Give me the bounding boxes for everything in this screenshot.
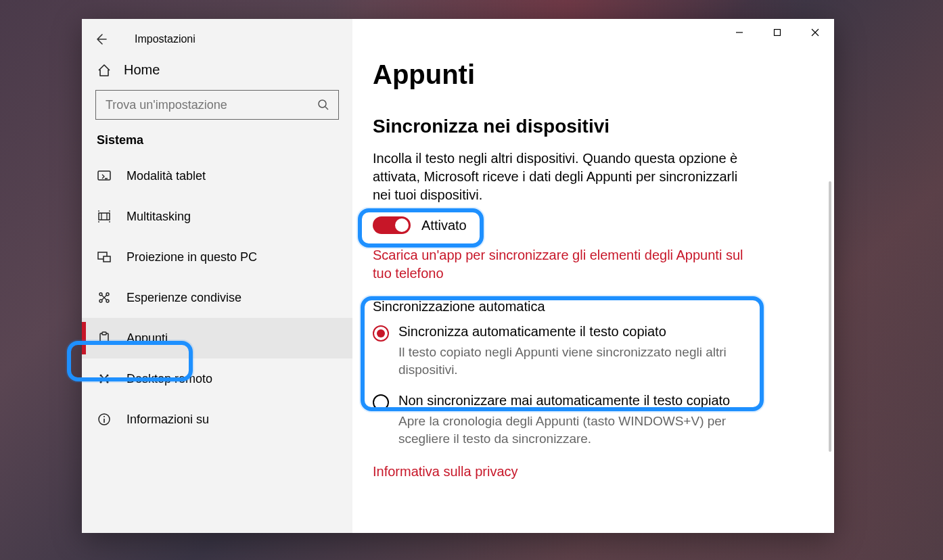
svg-point-13 <box>100 381 102 383</box>
home-nav[interactable]: Home <box>82 53 352 90</box>
shared-icon <box>97 290 112 305</box>
svg-point-0 <box>319 100 326 108</box>
svg-rect-4 <box>104 256 110 262</box>
svg-point-16 <box>104 416 105 417</box>
radio-title: Sincronizza automaticamente il testo cop… <box>398 324 764 340</box>
multitasking-icon <box>97 209 112 224</box>
back-button[interactable] <box>91 30 110 49</box>
titlebar-left: Impostazioni <box>82 26 352 53</box>
sidebar-item-shared-experiences[interactable]: Esperienze condivise <box>82 277 352 318</box>
radio-sub: Apre la cronologia degli Appunti (tasto … <box>398 413 764 447</box>
search-input[interactable] <box>95 90 339 120</box>
radio-title: Non sincronizzare mai automaticamente il… <box>398 393 764 409</box>
radio-icon <box>373 394 389 411</box>
svg-point-14 <box>107 381 109 383</box>
svg-rect-2 <box>99 213 110 220</box>
svg-rect-10 <box>102 332 106 335</box>
svg-point-7 <box>99 300 102 302</box>
content-pane: Appunti Sincronizza nei dispositivi Inco… <box>352 19 834 533</box>
radio-text: Non sincronizzare mai automaticamente il… <box>398 393 764 447</box>
nav-label: Desktop remoto <box>127 372 212 386</box>
svg-point-6 <box>106 293 109 296</box>
nav-label: Modalità tablet <box>127 169 206 183</box>
nav-label: Proiezione in questo PC <box>127 250 257 264</box>
home-label: Home <box>124 62 160 78</box>
projection-icon <box>97 250 112 264</box>
auto-sync-title: Sincronizzazione automatica <box>373 299 815 314</box>
sidebar-item-clipboard[interactable]: Appunti <box>82 318 352 358</box>
tablet-icon <box>97 168 112 183</box>
info-icon <box>97 412 112 427</box>
svg-rect-1 <box>98 171 110 180</box>
download-app-link[interactable]: Scarica un'app per sincronizzare gli ele… <box>373 246 758 283</box>
radio-option-never-sync[interactable]: Non sincronizzare mai automaticamente il… <box>373 393 815 447</box>
sync-toggle-row: Attivato <box>373 216 815 234</box>
sidebar-item-tablet-mode[interactable]: Modalità tablet <box>82 156 352 196</box>
search-wrap <box>95 90 339 120</box>
svg-point-5 <box>99 293 102 296</box>
sidebar-item-remote-desktop[interactable]: Desktop remoto <box>82 358 352 399</box>
sidebar-item-multitasking[interactable]: Multitasking <box>82 196 352 237</box>
sidebar-item-projection[interactable]: Proiezione in questo PC <box>82 237 352 277</box>
scrollbar[interactable] <box>829 181 831 452</box>
radio-text: Sincronizza automaticamente il testo cop… <box>398 324 764 378</box>
app-title: Impostazioni <box>135 33 196 45</box>
sidebar: Impostazioni Home Sistema Modalità table… <box>82 19 352 533</box>
nav-list: Modalità tablet Multitasking Proiezione … <box>82 156 352 440</box>
radio-icon <box>373 325 389 342</box>
sync-toggle[interactable] <box>373 216 411 234</box>
content-body: Appunti Sincronizza nei dispositivi Inco… <box>352 19 834 533</box>
svg-point-8 <box>106 300 109 302</box>
radio-option-auto-sync[interactable]: Sincronizza automaticamente il testo cop… <box>373 324 815 378</box>
radio-sub: Il testo copiato negli Appunti viene sin… <box>398 344 764 378</box>
svg-point-12 <box>107 375 109 377</box>
search-icon <box>317 99 329 111</box>
svg-point-11 <box>100 375 102 377</box>
remote-desktop-icon <box>97 371 112 386</box>
sidebar-item-about[interactable]: Informazioni su <box>82 399 352 440</box>
nav-label: Informazioni su <box>127 413 209 427</box>
section-title: Sincronizza nei dispositivi <box>373 116 815 137</box>
nav-label: Appunti <box>127 331 168 346</box>
privacy-link[interactable]: Informativa sulla privacy <box>373 463 758 481</box>
nav-label: Esperienze condivise <box>127 291 242 305</box>
clipboard-icon <box>97 331 112 346</box>
home-icon <box>97 63 112 78</box>
settings-window: Impostazioni Home Sistema Modalità table… <box>82 19 834 533</box>
section-description: Incolla il testo negli altri dispositivi… <box>373 149 758 204</box>
nav-label: Multitasking <box>127 210 191 224</box>
page-title: Appunti <box>373 60 815 90</box>
category-title: Sistema <box>82 133 352 156</box>
sync-toggle-label: Attivato <box>421 218 467 233</box>
